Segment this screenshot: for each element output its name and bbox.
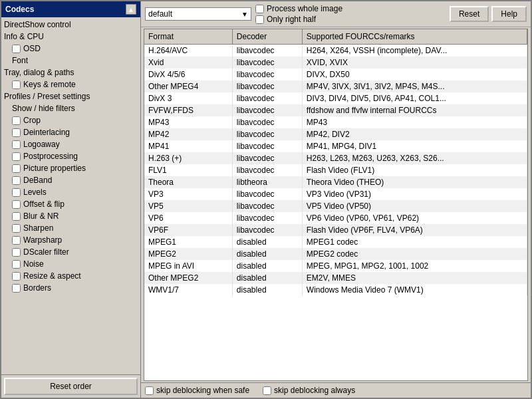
sidebar-checkbox-16[interactable] [12, 212, 21, 221]
cell-decoder-13: libavcodec [232, 200, 302, 212]
sidebar-item-12[interactable]: Picture properties [1, 162, 140, 174]
skip-deblocking-always-row: skip deblocking always [263, 386, 355, 395]
sidebar-item-label-9: Deinterlacing [23, 128, 70, 137]
sidebar-checkbox-9[interactable] [12, 128, 21, 137]
sidebar-checkbox-14[interactable] [12, 188, 21, 197]
sidebar-checkbox-11[interactable] [12, 152, 21, 161]
sidebar-item-19[interactable]: DScaler filter [1, 246, 140, 258]
table-row[interactable]: WMV1/7disabledWindows Media Video 7 (WMV… [144, 284, 527, 296]
reset-order-button[interactable]: Reset order [4, 378, 138, 395]
right-top-controls: default ▼ Process whole image Only right… [141, 1, 531, 27]
table-row[interactable]: MPEG in AVIdisabledMPEG, MPG1, MPG2, 100… [144, 260, 527, 272]
right-panel: default ▼ Process whole image Only right… [141, 1, 531, 398]
sidebar-item-15[interactable]: Offset & flip [1, 198, 140, 210]
sidebar-checkbox-22[interactable] [12, 284, 21, 293]
table-row[interactable]: MP41libavcodecMP41, MPG4, DIV1 [144, 140, 527, 152]
cell-format-5: FVFW,FFDS [144, 104, 232, 116]
table-row[interactable]: H.263 (+)libavcodecH263, L263, M263, U26… [144, 152, 527, 164]
sidebar-item-22[interactable]: Borders [1, 282, 140, 294]
sidebar-item-label-6: Profiles / Preset settings [4, 92, 90, 101]
table-row[interactable]: FVFW,FFDSlibavcodecffdshow and ffvfw int… [144, 104, 527, 116]
sidebar-item-0[interactable]: DirectShow control [1, 19, 140, 31]
sidebar-item-21[interactable]: Resize & aspect [1, 270, 140, 282]
cell-remarks-5: ffdshow and ffvfw internal FOURCCs [302, 104, 527, 116]
cell-decoder-20: disabled [232, 284, 302, 296]
sidebar-item-2[interactable]: OSD [1, 43, 140, 55]
table-row[interactable]: VP3libavcodecVP3 Video (VP31) [144, 188, 527, 200]
sidebar-item-20[interactable]: Noise [1, 258, 140, 270]
sidebar-item-4[interactable]: Tray, dialog & paths [1, 66, 140, 78]
sidebar-checkbox-21[interactable] [12, 272, 21, 281]
table-body: H.264/AVClibavcodecH264, X264, VSSH (inc… [144, 45, 527, 297]
sidebar-item-9[interactable]: Deinterlacing [1, 126, 140, 138]
cell-decoder-16: disabled [232, 236, 302, 248]
table-row[interactable]: DivX 4/5/6libavcodecDIVX, DX50 [144, 68, 527, 80]
sidebar-checkbox-18[interactable] [12, 236, 21, 245]
table-row[interactable]: Other MPEG2disabledEM2V, MMES [144, 272, 527, 284]
reset-button[interactable]: Reset [450, 6, 489, 22]
sidebar-item-8[interactable]: Crop [1, 114, 140, 126]
sidebar-item-17[interactable]: Sharpen [1, 222, 140, 234]
cell-decoder-19: disabled [232, 272, 302, 284]
sidebar-item-10[interactable]: Logoaway [1, 138, 140, 150]
cell-format-0: H.264/AVC [144, 45, 232, 57]
table-row[interactable]: FLV1libavcodecFlash Video (FLV1) [144, 164, 527, 176]
table-row[interactable]: DivX 3libavcodecDIV3, DIV4, DIV5, DIV6, … [144, 92, 527, 104]
cell-decoder-3: libavcodec [232, 80, 302, 92]
sidebar-item-3[interactable]: Font [1, 55, 140, 66]
cell-remarks-17: MPEG2 codec [302, 248, 527, 260]
sidebar-checkbox-20[interactable] [12, 260, 21, 269]
sidebar-checkbox-15[interactable] [12, 200, 21, 209]
col-remarks: Supported FOURCCs/remarks [302, 29, 527, 45]
sidebar-item-1[interactable]: Info & CPU [1, 31, 140, 43]
sidebar-checkbox-17[interactable] [12, 224, 21, 233]
cell-decoder-17: disabled [232, 248, 302, 260]
sidebar-item-label-0: DirectShow control [4, 20, 71, 29]
table-row[interactable]: H.264/AVClibavcodecH264, X264, VSSH (inc… [144, 45, 527, 57]
help-button[interactable]: Help [491, 6, 527, 22]
sidebar-item-label-2: OSD [23, 44, 41, 53]
sidebar-checkbox-12[interactable] [12, 164, 21, 173]
sidebar-item-16[interactable]: Blur & NR [1, 210, 140, 222]
sidebar-item-5[interactable]: Keys & remote [1, 78, 140, 90]
cell-remarks-6: MP43 [302, 116, 527, 128]
sidebar-checkbox-5[interactable] [12, 80, 21, 89]
sidebar-item-11[interactable]: Postprocessing [1, 150, 140, 162]
sidebar-item-13[interactable]: DeBand [1, 174, 140, 186]
table-row[interactable]: TheoralibtheoraTheora Video (THEO) [144, 176, 527, 188]
table-row[interactable]: VP5libavcodecVP5 Video (VP50) [144, 200, 527, 212]
cell-format-8: MP41 [144, 140, 232, 152]
table-row[interactable]: Other MPEG4libavcodecMP4V, 3IVX, 3IV1, 3… [144, 80, 527, 92]
table-row[interactable]: MP43libavcodecMP43 [144, 116, 527, 128]
sidebar-checkbox-19[interactable] [12, 248, 21, 257]
profile-dropdown[interactable]: default ▼ [145, 7, 251, 21]
sidebar-item-label-13: DeBand [23, 176, 52, 185]
cell-format-7: MP42 [144, 128, 232, 140]
sidebar-item-14[interactable]: Levels [1, 186, 140, 198]
only-right-half-checkbox[interactable] [255, 15, 264, 24]
table-row[interactable]: MPEG2disabledMPEG2 codec [144, 248, 527, 260]
sidebar-item-label-22: Borders [23, 283, 51, 293]
table-row[interactable]: VP6libavcodecVP6 Video (VP60, VP61, VP62… [144, 212, 527, 224]
sidebar-item-7[interactable]: Show / hide filters [1, 102, 140, 114]
skip-deblocking-safe-checkbox[interactable] [145, 386, 154, 395]
sidebar-item-label-10: Logoaway [23, 140, 60, 149]
sidebar-scroll-up[interactable]: ▲ [126, 4, 136, 15]
sidebar-checkbox-2[interactable] [12, 45, 21, 53]
cell-decoder-6: libavcodec [232, 116, 302, 128]
dropdown-value: default [148, 9, 172, 19]
process-whole-image-checkbox[interactable] [255, 5, 264, 13]
sidebar-checkbox-10[interactable] [12, 140, 21, 149]
sidebar-checkbox-8[interactable] [12, 116, 21, 125]
table-row[interactable]: VP6FlibavcodecFlash Video (VP6F, FLV4, V… [144, 224, 527, 236]
skip-deblocking-always-checkbox[interactable] [263, 386, 271, 395]
table-row[interactable]: XvidlibavcodecXVID, XVIX [144, 57, 527, 68]
cell-remarks-16: MPEG1 codec [302, 236, 527, 248]
table-row[interactable]: MP42libavcodecMP42, DIV2 [144, 128, 527, 140]
sidebar-item-6[interactable]: Profiles / Preset settings [1, 90, 140, 102]
table-row[interactable]: MPEG1disabledMPEG1 codec [144, 236, 527, 248]
skip-deblocking-always-label: skip deblocking always [274, 386, 355, 395]
cell-remarks-4: DIV3, DIV4, DIV5, DIV6, AP41, COL1... [302, 92, 527, 104]
sidebar-item-18[interactable]: Warpsharp [1, 234, 140, 246]
sidebar-checkbox-13[interactable] [12, 176, 21, 185]
